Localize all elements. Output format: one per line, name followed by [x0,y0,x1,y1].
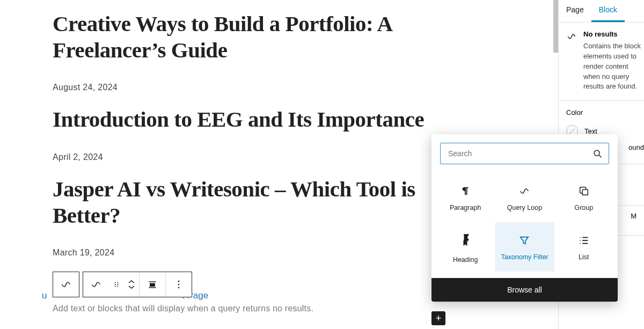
sidebar-tabs: Page Block [559,0,644,23]
browse-all-button[interactable]: Browse all [431,278,618,302]
paragraph-icon [459,184,471,199]
block-label: Taxonomy Filter [501,253,548,261]
post-title[interactable]: Introduction to EEG and Its Importance [53,106,460,133]
align-icon [147,279,158,290]
svg-point-11 [178,287,180,288]
svg-rect-15 [582,189,588,195]
no-results-placeholder[interactable]: Add text or blocks that will display whe… [53,304,558,313]
svg-point-10 [178,284,180,286]
chevron-up-icon [128,280,135,284]
select-parent-button[interactable] [53,272,79,297]
tab-page[interactable]: Page [559,0,591,22]
list-icon [578,233,590,248]
drag-handle[interactable] [109,272,124,297]
block-label: Query Loop [507,204,542,211]
block-type-button[interactable] [83,272,109,297]
search-icon[interactable] [592,148,603,159]
svg-point-9 [178,281,180,282]
align-button[interactable] [140,272,165,297]
block-taxonomy-filter[interactable]: Taxonomy Filter [495,222,554,272]
more-vertical-icon [173,279,184,290]
move-buttons[interactable] [124,272,139,297]
svg-point-4 [115,286,116,287]
svg-point-5 [117,286,118,287]
toolbar-group-parent [53,272,79,297]
post-date: August 24, 2024 [53,83,558,92]
chevron-down-icon [128,285,135,289]
block-list[interactable]: List [554,222,613,272]
block-label: Paragraph [450,204,481,211]
color-section-label: Color [559,101,644,123]
block-description: Contains the block elements used to rend… [583,41,644,92]
drag-icon [113,281,120,288]
post-title[interactable]: Jasper AI vs Writesonic – Which Tool is … [53,176,460,229]
add-block-button[interactable]: + [431,311,445,325]
block-name: No results [583,30,644,38]
query-loop-icon [60,279,72,290]
block-group[interactable]: Group [554,173,613,222]
block-label: Heading [453,256,478,264]
editor-scrollbar-thumb[interactable] [553,0,558,53]
more-options-button[interactable] [166,272,192,297]
color-background-label-fragment: ound [628,143,644,151]
filter-icon [518,233,530,248]
svg-point-2 [115,284,116,285]
inserter-search-input[interactable] [440,143,609,164]
svg-point-3 [117,284,118,285]
svg-point-0 [115,282,116,283]
toolbar-group-main [83,272,192,297]
svg-point-1 [117,282,118,283]
block-heading[interactable]: Heading [436,222,495,272]
block-label: List [579,253,589,261]
svg-line-13 [599,155,601,157]
svg-rect-7 [150,283,155,286]
group-icon [578,184,590,199]
block-paragraph[interactable]: Paragraph [436,173,495,222]
tab-block[interactable]: Block [591,0,625,22]
query-loop-icon [518,184,531,199]
block-label: Group [574,204,593,211]
bookmark-icon [462,236,469,251]
svg-point-12 [594,150,599,156]
query-loop-icon [566,31,577,42]
block-inserter: Paragraph Query Loop Group Heading [431,134,618,302]
plus-icon: + [436,313,442,324]
block-query-loop[interactable]: Query Loop [495,173,554,222]
pagination-prev-fragment[interactable]: u [42,290,47,301]
post-title[interactable]: Creative Ways to Build a Portfolio: A Fr… [53,11,460,63]
query-loop-icon [90,279,102,290]
